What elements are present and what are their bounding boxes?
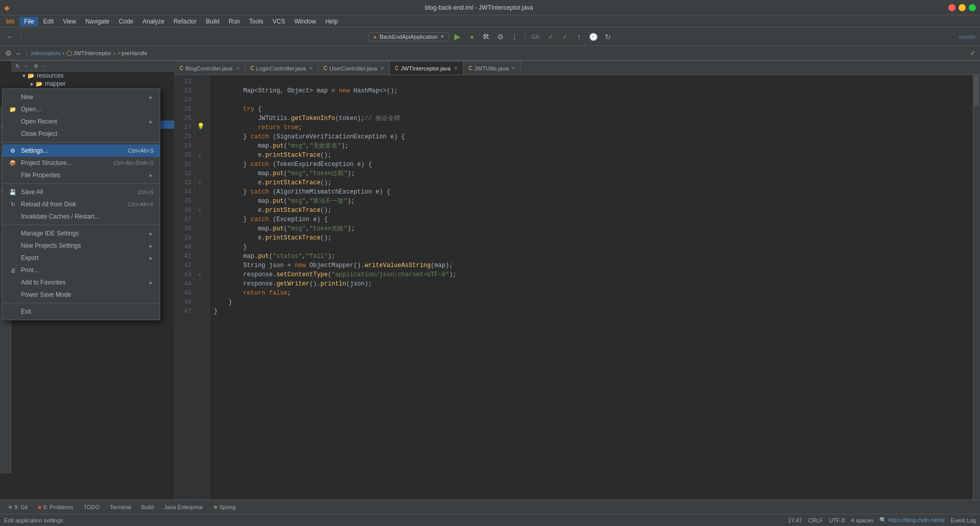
menu-window[interactable]: Window [290,17,321,26]
bottom-tab-build[interactable]: Build [137,501,158,513]
menu-item-print[interactable]: 🖨 Print... [3,264,160,276]
menu-navigate[interactable]: Navigate [81,17,113,26]
menu-item-add-to-favorites[interactable]: Add to Favorites ► [3,276,160,289]
menu-item-power-save[interactable]: Power Save Mode [3,289,160,301]
menu-item-close-project[interactable]: Close Project [3,128,160,140]
menu-blc[interactable]: blc [2,17,19,26]
menu-item-invalidate-caches[interactable]: Invalidate Caches / Restart... [3,210,160,223]
window-title: blog-back-end.iml - JWTInterceptor.java [10,4,948,11]
coverage-btn[interactable]: 🛠 [480,31,492,43]
minimap-scrollbar[interactable] [973,75,980,500]
new-projects-icon [9,242,17,250]
run-config[interactable]: ▲ BackEndApiApplication ▼ [368,32,450,41]
menu-edit[interactable]: Edit [39,17,58,26]
gutter-markers: ▿ ▿ ▿ ▿ ▿ [195,75,204,500]
title-bar: ◆ blog-back-end.iml - JWTInterceptor.jav… [0,0,980,15]
window-controls[interactable] [948,4,976,11]
print-icon: 🖨 [9,266,17,274]
menu-item-open[interactable]: 📁 Open... [3,103,160,115]
minimize-panel-btn[interactable]: – [14,49,22,57]
panel-expand-btn[interactable]: ⋯ [41,62,49,70]
close-tab-jwtinterceptor[interactable]: ✕ [454,65,458,71]
tab-jwtutils[interactable]: C JWTUtils.java ✕ [463,61,521,75]
breadcrumb-prehandle[interactable]: preHandle [121,50,148,56]
lightbulb-indicator[interactable]: 💡 [197,123,205,130]
panel-collapse-btn[interactable]: − [22,62,31,70]
gutter: 2223242526 2728293031 3233343536 3738394… [175,75,210,500]
profile-btn[interactable]: ⚙ [494,31,506,43]
git-check-btn[interactable]: ✓ [545,31,557,43]
close-tab-jwtutils[interactable]: ✕ [511,65,516,71]
tree-item-mapper[interactable]: ► 📂 mapper [11,80,174,88]
menu-analyze[interactable]: Analyze [138,17,168,26]
git-rollback-btn[interactable]: ↻ [602,31,614,43]
menu-build[interactable]: Build [202,17,224,26]
code-content[interactable]: Map<String, Object> map = new HashMap<>(… [210,75,973,500]
status-line-ending[interactable]: CRLF [808,517,823,523]
close-tab-usercontroller[interactable]: ✕ [380,65,384,71]
menu-item-save-all[interactable]: 💾 Save All Ctrl+S [3,186,160,198]
maximize-window-btn[interactable] [969,4,976,11]
status-indent[interactable]: 4 spaces [851,517,873,523]
menu-item-manage-ide[interactable]: Manage IDE Settings ► [3,227,160,240]
menu-item-file-properties[interactable]: File Properties ► [3,169,160,181]
bottom-tab-enterprise[interactable]: Java Enterprise [160,501,207,513]
status-encoding[interactable]: UTF-8 [829,517,845,523]
bottom-tab-git[interactable]: ◆ 9: Git [4,501,32,513]
back-btn[interactable]: ← [4,31,16,43]
close-window-btn[interactable] [948,4,955,11]
settings-gear-btn[interactable]: ⚙ [4,49,12,57]
panel-toolbar: ↻ − ⚙ ⋯ [11,61,174,71]
code-status-indicator: ✓ [970,49,976,57]
menu-help[interactable]: Help [321,17,342,26]
menu-file[interactable]: File [20,17,38,26]
menu-run[interactable]: Run [225,17,244,26]
menu-item-export[interactable]: Export ► [3,252,160,264]
git-history-btn[interactable]: 🕘 [587,31,600,43]
menu-item-new-projects-settings[interactable]: New Projects Settings ► [3,240,160,252]
menu-code[interactable]: Code [115,17,138,26]
tab-jwtinterceptor[interactable]: C JWTInterceptor.java ✕ [390,61,463,75]
menu-view[interactable]: View [59,17,80,26]
menu-section-exit: Exit [3,303,160,320]
menu-item-exit[interactable]: Exit [3,305,160,318]
tab-logincontroller[interactable]: C LoginController.java ✕ [246,61,318,75]
menu-refactor[interactable]: Refactor [169,17,201,26]
bottom-tab-problems[interactable]: ■ 6: Problems [34,501,77,513]
status-url-text: https://blog.csdn.net/ai [888,517,944,523]
git-check2-btn[interactable]: ✓ [559,31,571,43]
bottom-tab-terminal[interactable]: Terminal [106,501,135,513]
bottom-tab-spring[interactable]: ◆ Spring [209,501,240,513]
toolbar: ← ▲ BackEndApiApplication ▼ ▶ ● 🛠 ⚙ ⋮ Gi… [0,28,980,46]
menu-item-project-structure[interactable]: 📦 Project Structure... Ctrl+Alt+Shift+S [3,157,160,169]
debug-btn[interactable]: ● [465,31,478,43]
git-push-btn[interactable]: ↑ [573,31,585,43]
breadcrumb-interceptors[interactable]: interceptors [31,50,60,56]
panel-sync-btn[interactable]: ↻ [13,62,21,70]
open-icon: 📁 [9,105,17,113]
menu-item-reload[interactable]: ↻ Reload All from Disk Ctrl+Alt+Y [3,198,160,210]
menu-vcs[interactable]: VCS [268,17,289,26]
bottom-tab-todo[interactable]: TODO [80,501,104,513]
close-tab-logincontroller[interactable]: ✕ [309,65,313,71]
status-bottom-msg[interactable]: Edit application settings [4,517,63,523]
minimize-window-btn[interactable] [959,4,966,11]
status-position[interactable]: 27:47 [788,517,802,523]
breadcrumb-jwtinterceptor[interactable]: JWTInterceptor [73,50,111,56]
tree-item-resources[interactable]: ▼ 📂 resources [11,71,174,80]
menu-item-open-recent[interactable]: Open Recent ► [3,115,160,128]
save-icon: 💾 [9,188,17,196]
close-tab-blogcontroller[interactable]: ✕ [236,65,240,71]
status-right: 27:47 CRLF UTF-8 4 spaces 🔍 https://blog… [788,517,976,523]
tab-usercontroller[interactable]: C UserController.java ✕ [318,61,390,75]
status-event-log[interactable]: Event Log [950,517,976,523]
menu-item-settings[interactable]: ⚙ Settings... Ctrl+Alt+S [3,145,160,157]
tab-blogcontroller[interactable]: C BlogController.java ✕ [175,61,246,75]
run-btn[interactable]: ▶ [451,31,463,43]
menu-tools[interactable]: Tools [245,17,267,26]
file-menu-dropdown: New ► 📁 Open... Open Recent ► [2,88,160,320]
panel-gear-btn[interactable]: ⚙ [32,62,40,70]
status-url[interactable]: 🔍 https://blog.csdn.net/ai [879,517,944,523]
menu-item-new[interactable]: New ► [3,91,160,103]
more-run-btn[interactable]: ⋮ [508,31,521,43]
